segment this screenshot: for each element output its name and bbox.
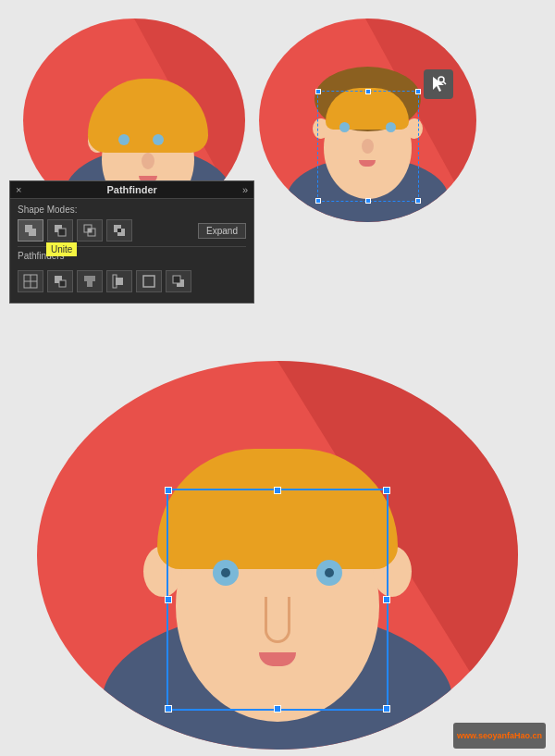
outline-btn[interactable] xyxy=(136,270,162,292)
svg-rect-8 xyxy=(88,229,92,232)
eye-left-1 xyxy=(118,134,130,145)
seo-logo-text: www.seoyanfaHao.cn xyxy=(457,731,542,740)
unite-btn[interactable] xyxy=(18,219,43,242)
panel-body: Shape Modes: Expand Pathfinders xyxy=(10,199,253,303)
svg-rect-3 xyxy=(29,229,36,236)
panel-divider xyxy=(18,246,246,247)
big-sel-br xyxy=(383,705,390,713)
svg-rect-16 xyxy=(59,280,66,287)
sel-handle-bl xyxy=(315,198,321,204)
pathfinders-row: Pathfinders xyxy=(18,251,246,266)
pathfinder-btns-row xyxy=(18,270,246,292)
intersect-btn[interactable] xyxy=(77,219,103,242)
big-sel-bm xyxy=(274,705,281,713)
sel-handle-tl xyxy=(315,89,321,94)
big-sel-ml xyxy=(165,596,172,603)
sel-handle-tr xyxy=(415,89,421,94)
big-sel-tm xyxy=(274,487,281,494)
cursor-icon xyxy=(424,69,453,99)
merge-btn[interactable] xyxy=(77,270,103,292)
svg-rect-18 xyxy=(90,276,95,281)
avatar-2-circle xyxy=(259,19,476,222)
divide-btn[interactable] xyxy=(18,270,43,292)
panel-close-btn[interactable]: × xyxy=(16,184,21,195)
shape-modes-row: Expand xyxy=(18,219,246,242)
svg-rect-24 xyxy=(173,276,180,283)
minus-back-btn[interactable] xyxy=(166,270,191,292)
panel-titlebar: × Pathfinder » xyxy=(10,181,253,199)
svg-line-1 xyxy=(444,82,447,85)
svg-point-0 xyxy=(438,77,444,82)
selection-box-2 xyxy=(317,91,419,202)
minus-front-btn[interactable] xyxy=(47,219,73,242)
avatar-2-container xyxy=(259,19,476,222)
pathfinder-panel: × Pathfinder » Shape Modes: Expand Pathf… xyxy=(9,180,254,304)
sel-handle-bm xyxy=(365,198,371,204)
shape-modes-label: Shape Modes: xyxy=(18,204,246,215)
trim-btn[interactable] xyxy=(47,270,73,292)
panel-collapse-btn[interactable]: » xyxy=(242,184,248,195)
big-sel-tl xyxy=(165,487,172,494)
seo-watermark: www.seoyanfaHao.cn xyxy=(453,723,546,749)
sel-handle-br xyxy=(415,198,421,204)
panel-title: Pathfinder xyxy=(106,184,156,195)
svg-rect-22 xyxy=(143,276,154,287)
eye-right-1 xyxy=(153,134,164,145)
svg-rect-11 xyxy=(117,229,121,232)
big-sel-mr xyxy=(383,596,390,603)
svg-rect-17 xyxy=(84,276,90,281)
big-avatar-container xyxy=(37,361,518,750)
pathfinders-label: Pathfinders xyxy=(18,251,65,261)
svg-rect-5 xyxy=(58,229,66,236)
big-selection-box xyxy=(166,489,388,711)
exclude-btn[interactable] xyxy=(106,219,132,242)
expand-button[interactable]: Expand xyxy=(198,223,246,239)
big-circle xyxy=(37,361,518,750)
big-sel-bl xyxy=(165,705,172,713)
big-sel-tr xyxy=(383,487,390,494)
sel-handle-tm xyxy=(365,89,371,94)
crop-btn[interactable] xyxy=(106,270,132,292)
nose-1 xyxy=(142,153,154,169)
svg-rect-19 xyxy=(87,281,92,287)
